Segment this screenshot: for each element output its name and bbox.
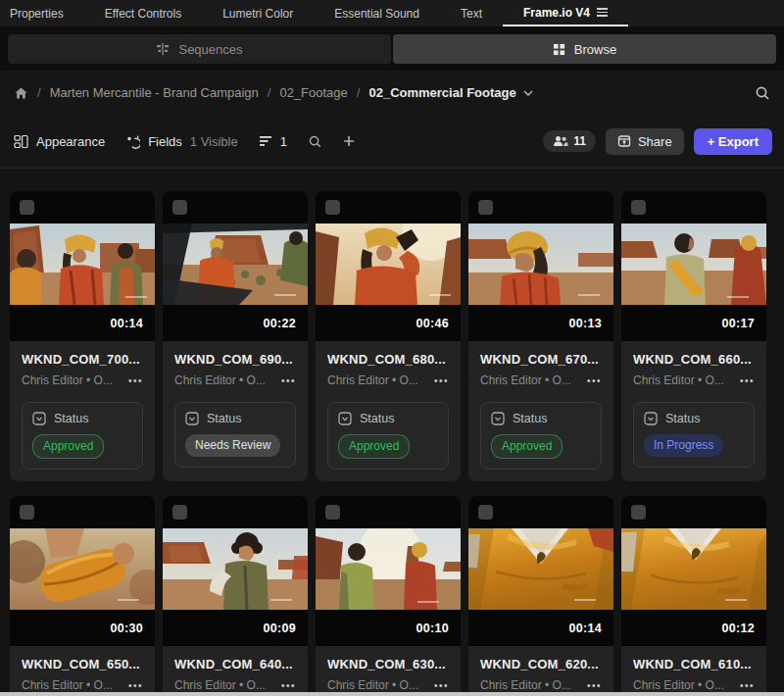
tab-properties[interactable]: Properties xyxy=(8,0,84,26)
sequences-view-button[interactable]: Sequences xyxy=(8,34,391,64)
more-menu-button[interactable]: ••• xyxy=(587,680,602,691)
status-badge[interactable]: In Progress xyxy=(644,434,723,457)
select-checkbox[interactable] xyxy=(478,200,493,215)
media-bottom: 00:13 xyxy=(468,305,613,341)
media-bottom: 00:12 xyxy=(621,610,766,646)
select-checkbox[interactable] xyxy=(172,505,187,520)
clip-title[interactable]: WKND_COM_630... xyxy=(327,657,449,671)
home-icon[interactable] xyxy=(14,86,28,100)
tab-essential-sound[interactable]: Essential Sound xyxy=(314,0,440,26)
add-filter-button[interactable] xyxy=(343,135,355,147)
breadcrumb-folder[interactable]: 02_Footage xyxy=(279,85,347,100)
members-button[interactable]: 11 xyxy=(543,130,596,152)
select-checkbox[interactable] xyxy=(20,505,34,520)
clip-author: Chris Editor • O... xyxy=(174,373,266,387)
video-thumbnail[interactable] xyxy=(316,528,461,610)
select-checkbox[interactable] xyxy=(325,200,340,215)
more-menu-button[interactable]: ••• xyxy=(740,375,755,386)
select-checkbox[interactable] xyxy=(478,505,493,520)
video-thumbnail[interactable] xyxy=(468,224,613,305)
clip-media: 00:46 xyxy=(316,191,461,341)
clip-card[interactable]: 00:14 WKND_COM_700... Chris Editor • O..… xyxy=(10,191,155,481)
share-button[interactable]: Share xyxy=(606,128,684,155)
media-top xyxy=(468,496,613,528)
status-badge[interactable]: Approved xyxy=(491,434,563,459)
clip-card[interactable]: 00:10 WKND_COM_630... Chris Editor • O..… xyxy=(316,496,461,696)
status-field[interactable]: Status Approved xyxy=(22,402,143,470)
status-badge[interactable]: Approved xyxy=(338,434,410,459)
video-thumbnail[interactable] xyxy=(163,224,308,305)
fields-button[interactable]: Fields 1 Visible xyxy=(125,134,238,149)
search-filter-button[interactable] xyxy=(308,134,322,149)
clip-card[interactable]: 00:14 WKND_COM_620... Chris Editor • O..… xyxy=(468,496,613,696)
status-dropdown-icon xyxy=(644,412,658,425)
clip-media: 00:14 xyxy=(10,191,155,341)
clip-card[interactable]: 00:13 WKND_COM_670... Chris Editor • O..… xyxy=(468,191,613,481)
status-badge[interactable]: Approved xyxy=(32,434,104,459)
clip-title[interactable]: WKND_COM_610... xyxy=(633,657,755,671)
sort-button[interactable]: 1 xyxy=(259,134,287,149)
video-thumbnail[interactable] xyxy=(468,528,613,610)
status-dropdown-icon xyxy=(32,412,46,425)
more-menu-button[interactable]: ••• xyxy=(281,680,296,691)
status-field[interactable]: Status In Progress xyxy=(633,402,755,468)
clip-title[interactable]: WKND_COM_640... xyxy=(174,657,296,671)
clip-title[interactable]: WKND_COM_620... xyxy=(480,657,602,671)
export-button[interactable]: + Export xyxy=(694,128,772,155)
status-dropdown-icon xyxy=(491,412,505,425)
status-field[interactable]: Status Approved xyxy=(327,402,449,470)
tab-effect-controls[interactable]: Effect Controls xyxy=(84,0,202,26)
more-menu-button[interactable]: ••• xyxy=(281,375,296,386)
select-checkbox[interactable] xyxy=(631,505,646,520)
status-field[interactable]: Status Needs Review xyxy=(174,402,296,468)
clip-author: Chris Editor • O... xyxy=(327,373,418,387)
window-bottom-edge xyxy=(0,692,784,696)
clip-title[interactable]: WKND_COM_660... xyxy=(633,352,755,367)
video-thumbnail[interactable] xyxy=(10,528,155,610)
status-badge[interactable]: Needs Review xyxy=(185,434,280,457)
breadcrumb-current-folder[interactable]: 02_Commercial Footage xyxy=(368,85,532,100)
clip-title[interactable]: WKND_COM_690... xyxy=(174,352,296,367)
appearance-button[interactable]: Appearance xyxy=(14,134,105,149)
status-field[interactable]: Status Approved xyxy=(480,402,602,470)
clip-title[interactable]: WKND_COM_670... xyxy=(480,352,602,367)
clip-title[interactable]: WKND_COM_700... xyxy=(22,352,143,367)
clip-card[interactable]: 00:12 WKND_COM_610... Chris Editor • O..… xyxy=(621,496,766,696)
more-menu-button[interactable]: ••• xyxy=(128,375,143,386)
more-menu-button[interactable]: ••• xyxy=(587,375,602,386)
clip-card[interactable]: 00:09 WKND_COM_640... Chris Editor • O..… xyxy=(163,496,308,696)
media-top xyxy=(621,496,766,528)
video-thumbnail[interactable] xyxy=(163,528,308,610)
share-icon xyxy=(617,134,631,148)
tab-frameio-v4[interactable]: Frame.io V4 xyxy=(503,0,628,26)
clip-author: Chris Editor • O... xyxy=(22,373,113,387)
more-menu-button[interactable]: ••• xyxy=(128,680,143,691)
clip-info: WKND_COM_670... Chris Editor • O... ••• … xyxy=(468,341,613,481)
tab-lumetri-color[interactable]: Lumetri Color xyxy=(202,0,314,26)
clip-title[interactable]: WKND_COM_650... xyxy=(22,657,143,671)
select-checkbox[interactable] xyxy=(631,200,646,215)
panel-menu-icon[interactable] xyxy=(597,8,608,17)
select-checkbox[interactable] xyxy=(20,200,34,215)
search-icon[interactable] xyxy=(755,85,770,101)
clip-card[interactable]: 00:30 WKND_COM_650... Chris Editor • O..… xyxy=(10,496,155,696)
clip-title[interactable]: WKND_COM_680... xyxy=(327,352,449,367)
clip-card[interactable]: 00:22 WKND_COM_690... Chris Editor • O..… xyxy=(163,191,308,481)
select-checkbox[interactable] xyxy=(172,200,187,215)
select-checkbox[interactable] xyxy=(325,505,340,520)
more-menu-button[interactable]: ••• xyxy=(434,375,449,386)
browse-view-button[interactable]: Browse xyxy=(393,34,776,64)
video-thumbnail[interactable] xyxy=(316,224,461,305)
video-thumbnail[interactable] xyxy=(621,528,766,610)
more-menu-button[interactable]: ••• xyxy=(434,680,449,691)
video-thumbnail[interactable] xyxy=(10,224,155,305)
breadcrumb-project[interactable]: Marten Mercantile - Brand Campaign xyxy=(50,85,259,100)
add-icon xyxy=(343,135,355,147)
video-thumbnail[interactable] xyxy=(621,224,766,305)
clip-card[interactable]: 00:17 WKND_COM_660... Chris Editor • O..… xyxy=(621,191,766,481)
clip-card[interactable]: 00:46 WKND_COM_680... Chris Editor • O..… xyxy=(316,191,461,481)
clip-author: Chris Editor • O... xyxy=(174,678,266,692)
more-menu-button[interactable]: ••• xyxy=(740,680,755,691)
asset-grid: 00:14 WKND_COM_700... Chris Editor • O..… xyxy=(0,169,784,696)
tab-text[interactable]: Text xyxy=(440,0,503,26)
